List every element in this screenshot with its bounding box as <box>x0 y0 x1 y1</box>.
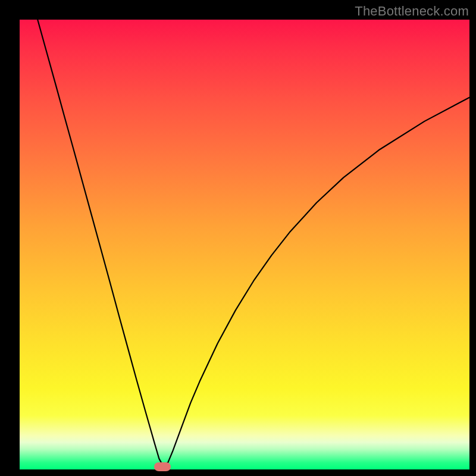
plot-area <box>20 20 469 469</box>
bottleneck-curve <box>20 20 469 469</box>
chart-frame: TheBottleneck.com <box>0 0 476 476</box>
min-marker <box>154 462 171 471</box>
watermark-text: TheBottleneck.com <box>355 4 469 19</box>
